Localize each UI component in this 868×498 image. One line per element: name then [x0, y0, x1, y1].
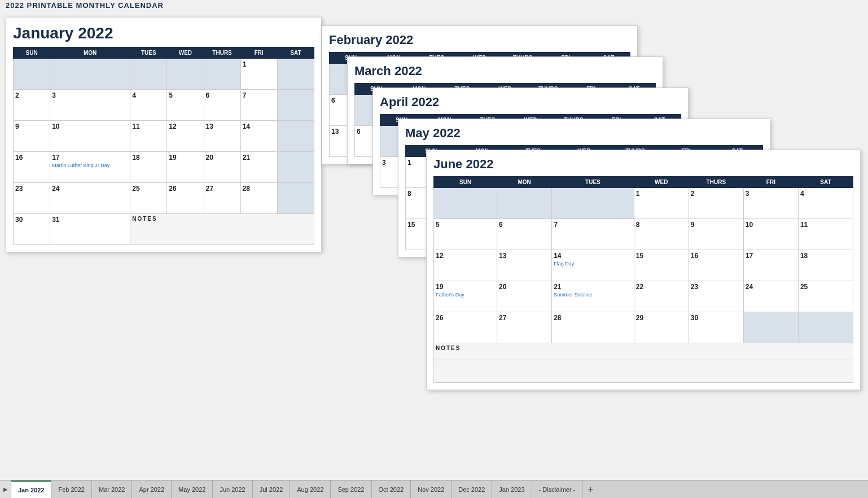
table-row	[277, 183, 314, 214]
table-row: 23 24 25 26 27 28	[14, 183, 314, 214]
table-row: 10	[50, 121, 130, 152]
table-row: 11	[130, 121, 167, 152]
table-row	[14, 59, 50, 90]
may-title: May 2022	[405, 126, 763, 141]
table-row: 2 3 4 5 6 7	[14, 90, 314, 121]
january-calendar: January 2022 SUN MON TUES WED THURS FRI …	[6, 17, 322, 252]
jan-sat: SAT	[277, 47, 314, 59]
table-row: 28	[240, 183, 277, 214]
table-row	[434, 360, 853, 383]
table-row: 26	[167, 183, 204, 214]
table-row: 19Father's Day 20 21Summer Solstice 22 2…	[434, 281, 853, 312]
jun-grid: SUN MON TUES WED THURS FRI SAT 1	[433, 176, 853, 383]
table-row: 24	[50, 183, 130, 214]
table-row: 4	[130, 90, 167, 121]
table-row: 30	[14, 214, 50, 245]
table-row	[167, 59, 204, 90]
jan-notes: NOTES	[130, 214, 314, 245]
table-row: 19	[167, 152, 204, 183]
table-row: 5	[167, 90, 204, 121]
table-row: 2	[14, 90, 50, 121]
table-row	[50, 59, 130, 90]
table-row: 16	[14, 152, 50, 183]
tab-bar: ▶ Jan 2022 Feb 2022 Mar 2022 Apr 2022 Ma…	[0, 480, 868, 498]
jan-mon: MON	[50, 47, 130, 59]
table-row	[277, 121, 314, 152]
table-row: 31	[50, 214, 130, 245]
table-row: 18	[130, 152, 167, 183]
table-row: 25	[130, 183, 167, 214]
tab-apr-2022[interactable]: Apr 2022	[132, 480, 172, 498]
jun-notes: NOTES	[434, 343, 853, 360]
table-row: 21	[240, 152, 277, 183]
page-title: 2022 PRINTABLE MONTHLY CALENDAR	[6, 1, 164, 10]
tab-jan-2023[interactable]: Jan 2023	[492, 480, 532, 498]
tab-add-button[interactable]: +	[582, 480, 598, 498]
tab-feb-2022[interactable]: Feb 2022	[51, 480, 91, 498]
jan-wed: WED	[167, 47, 204, 59]
tab-nov-2022[interactable]: Nov 2022	[411, 480, 451, 498]
table-row	[277, 152, 314, 183]
table-row: 12 13 14Flag Day 15 16 17 18	[434, 250, 853, 281]
table-row: 27	[204, 183, 240, 214]
tab-mar-2022[interactable]: Mar 2022	[92, 480, 132, 498]
tab-jul-2022[interactable]: Jul 2022	[253, 480, 291, 498]
jan-thurs: THURS	[204, 47, 240, 59]
app-container: 2022 PRINTABLE MONTHLY CALENDAR January …	[0, 0, 868, 498]
table-row	[204, 59, 240, 90]
apr-title: April 2022	[380, 95, 681, 110]
tab-nav-left[interactable]: ▶	[0, 480, 11, 498]
tab-sep-2022[interactable]: Sep 2022	[331, 480, 371, 498]
jan-fri: FRI	[240, 47, 277, 59]
table-row	[277, 59, 314, 90]
tab-oct-2022[interactable]: Oct 2022	[372, 480, 411, 498]
table-row: 16 17Martin Luther King Jr Day 18 19 20 …	[14, 152, 314, 183]
table-row: 1 2 3 4	[434, 188, 853, 219]
table-row: 3	[50, 90, 130, 121]
table-row	[277, 90, 314, 121]
table-row: 20	[204, 152, 240, 183]
table-row: 9	[14, 121, 50, 152]
table-row: 7	[240, 90, 277, 121]
june-calendar: June 2022 SUN MON TUES WED THURS FRI SAT	[426, 150, 861, 390]
table-row: 6	[204, 90, 240, 121]
table-row: 1	[240, 59, 277, 90]
tab-dec-2022[interactable]: Dec 2022	[451, 480, 492, 498]
feb-title: February 2022	[329, 33, 630, 47]
tab-aug-2022[interactable]: Aug 2022	[290, 480, 331, 498]
table-row: 1	[14, 59, 314, 90]
table-row: 13	[204, 121, 240, 152]
jan-grid: SUN MON TUES WED THURS FRI SAT	[13, 47, 314, 245]
jan-title: January 2022	[13, 24, 314, 42]
tab-disclaimer[interactable]: - Disclaimer -	[532, 480, 583, 498]
tab-jan-2022[interactable]: Jan 2022	[11, 480, 51, 498]
table-row: 5 6 7 8 9 10 11	[434, 219, 853, 250]
jan-sun: SUN	[14, 47, 50, 59]
table-row: 9 10 11 12 13 14	[14, 121, 314, 152]
table-row: 14	[240, 121, 277, 152]
table-row: 12	[167, 121, 204, 152]
table-row: 30 31 NOTES	[14, 214, 314, 245]
mar-title: March 2022	[354, 64, 656, 78]
tab-jun-2022[interactable]: Jun 2022	[213, 480, 252, 498]
jan-tues: TUES	[130, 47, 167, 59]
table-row: NOTES	[434, 343, 853, 360]
table-row: 23	[14, 183, 50, 214]
jun-title: June 2022	[433, 157, 853, 172]
spreadsheet-area: 2022 PRINTABLE MONTHLY CALENDAR January …	[0, 0, 868, 480]
tab-may-2022[interactable]: May 2022	[172, 480, 213, 498]
table-row	[130, 59, 167, 90]
table-row: 17Martin Luther King Jr Day	[50, 152, 130, 183]
table-row: 26 27 28 29 30	[434, 312, 853, 343]
